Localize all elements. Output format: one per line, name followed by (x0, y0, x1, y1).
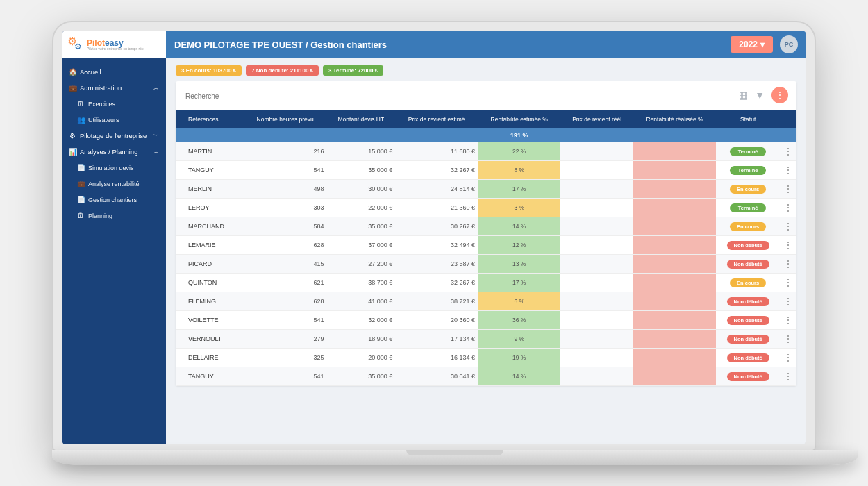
chevron-up-icon: ︿ (153, 148, 159, 156)
cell-ref: QUINTON (176, 274, 244, 292)
row-menu-button[interactable]: ⋮ (780, 274, 796, 292)
laptop-base (52, 450, 858, 465)
cell-hrs: 621 (244, 274, 326, 292)
cell-prix-reel (560, 255, 633, 274)
nav-gestion-chantiers[interactable]: 📄Gestion chantiers (62, 192, 166, 208)
logo[interactable]: Piloteasy Pilotez votre entreprise en te… (62, 31, 166, 58)
cell-prix-reel (560, 142, 633, 161)
cell-prix-reel (560, 292, 633, 311)
cell-ref: VERNOULT (176, 330, 244, 349)
table-row[interactable]: LEMARIE62837 000 €32 494 €12 %Non débuté… (176, 236, 796, 255)
nav-exercices[interactable]: 🗓Exercices (62, 96, 166, 112)
col-prix-reel[interactable]: Prix de revient réél (560, 110, 633, 128)
cell-rent-reel (633, 236, 716, 255)
row-menu-button[interactable]: ⋮ (780, 292, 796, 311)
cell-statut: Terminé (716, 161, 780, 180)
row-menu-button[interactable]: ⋮ (780, 142, 796, 161)
cell-hrs: 216 (244, 142, 326, 161)
nav-simulation-devis[interactable]: 📄Simulation devis (62, 160, 166, 176)
cell-rent-est: 8 % (478, 161, 560, 180)
status-badge: Non débuté (727, 335, 769, 344)
summary-rent: 191 % (478, 128, 560, 142)
nav-analyses[interactable]: 📊Analyses / Planning︿ (62, 144, 166, 160)
briefcase-icon: 💼 (77, 180, 84, 187)
nav-planning[interactable]: 🗓Planning (62, 208, 166, 224)
more-actions-button[interactable]: ⋮ (771, 87, 788, 103)
col-rent-estimee[interactable]: Rentabilité estimée % (478, 110, 560, 128)
cell-ref: LEROY (176, 199, 244, 217)
table-row[interactable]: FLEMING62841 000 €38 721 €6 %Non débuté⋮ (176, 292, 796, 311)
table-row[interactable]: VERNOULT27918 900 €17 134 €9 %Non débuté… (176, 330, 796, 349)
cell-prix-reel (560, 311, 633, 330)
nav-label: Utilisateurs (88, 117, 119, 124)
nav-utilisateurs[interactable]: 👥Utilisateurs (62, 112, 166, 128)
table-row[interactable]: TANGUY54135 000 €30 041 €14 %Non débuté⋮ (176, 367, 796, 386)
pill-termine[interactable]: 3 Terminé: 72000 € (323, 65, 383, 76)
nav-analyse-rentabilite[interactable]: 💼Analyse rentabilité (62, 176, 166, 192)
row-menu-button[interactable]: ⋮ (780, 330, 796, 349)
table-row[interactable]: MERLIN49830 000 €24 814 €17 %En cours⋮ (176, 180, 796, 199)
row-menu-button[interactable]: ⋮ (780, 349, 796, 367)
cell-statut: En cours (716, 180, 780, 199)
chevron-down-icon: ﹀ (153, 132, 159, 140)
table-row[interactable]: LEROY30322 000 €21 360 €3 %Terminé⋮ (176, 199, 796, 217)
cell-statut: Terminé (716, 199, 780, 217)
row-menu-button[interactable]: ⋮ (780, 217, 796, 236)
nav-label: Simulation devis (88, 165, 134, 171)
year-value: 2022 (739, 40, 758, 49)
cell-prix-est: 24 814 € (395, 180, 478, 199)
grid-icon[interactable]: ▦ (739, 90, 748, 101)
pill-en-cours[interactable]: 3 En cours: 103700 € (176, 65, 242, 76)
table-row[interactable]: MARCHAND58435 000 €30 267 €14 %En cours⋮ (176, 217, 796, 236)
col-statut[interactable]: Statut (716, 110, 780, 128)
table-card: ▦ ▼ ⋮ Références Nombre heures prévu Mon… (176, 81, 796, 386)
cell-rent-reel (633, 199, 716, 217)
col-prix-estime[interactable]: Prix de revient estimé (395, 110, 478, 128)
cell-rent-est: 14 % (478, 367, 560, 386)
status-badge: En cours (730, 222, 766, 231)
nav-label: Analyses / Planning (80, 148, 137, 156)
table-header-row: Références Nombre heures prévu Montant d… (176, 110, 796, 128)
row-menu-button[interactable]: ⋮ (780, 311, 796, 330)
col-heures[interactable]: Nombre heures prévu (244, 110, 326, 128)
table-row[interactable]: VOILETTE54132 000 €20 360 €36 %Non début… (176, 311, 796, 330)
home-icon: 🏠 (69, 68, 76, 76)
nav-pilotage[interactable]: ⚙Pilotage de l'entreprise﹀ (62, 128, 166, 144)
cell-statut: Terminé (716, 142, 780, 161)
cell-prix-reel (560, 274, 633, 292)
row-menu-button[interactable]: ⋮ (780, 180, 796, 199)
cell-hrs: 279 (244, 330, 326, 349)
year-selector[interactable]: 2022▾ (731, 36, 773, 53)
nav-administration[interactable]: 💼Administration︿ (62, 80, 166, 96)
col-rent-realisee[interactable]: Rentabilité réalisée % (633, 110, 716, 128)
nav: 🏠Accueil 💼Administration︿ 🗓Exercices 👥Ut… (62, 58, 166, 444)
cell-statut: En cours (716, 274, 780, 292)
row-menu-button[interactable]: ⋮ (780, 367, 796, 386)
status-badge: Terminé (730, 147, 766, 156)
cell-rent-reel (633, 142, 716, 161)
table-row[interactable]: PICARD41527 200 €23 587 €13 %Non débuté⋮ (176, 255, 796, 274)
cell-prix-est: 32 267 € (395, 274, 478, 292)
filter-icon[interactable]: ▼ (755, 90, 765, 101)
pill-non-debute[interactable]: 7 Non débuté: 211100 € (246, 65, 319, 76)
table-row[interactable]: MARTIN21615 000 €11 680 €22 %Terminé⋮ (176, 142, 796, 161)
status-badge: Non débuté (727, 241, 769, 250)
col-devis[interactable]: Montant devis HT (326, 110, 395, 128)
row-menu-button[interactable]: ⋮ (780, 236, 796, 255)
cell-prix-est: 30 041 € (395, 367, 478, 386)
cell-devis: 22 000 € (326, 199, 395, 217)
table-row[interactable]: QUINTON62138 700 €32 267 €17 %En cours⋮ (176, 274, 796, 292)
col-references[interactable]: Références (176, 110, 244, 128)
content: 3 En cours: 103700 € 7 Non débuté: 21110… (166, 58, 806, 444)
avatar[interactable]: PC (780, 35, 798, 53)
cell-prix-reel (560, 330, 633, 349)
breadcrumb: DEMO PILOTAGE TPE OUEST / Gestion chanti… (174, 40, 387, 50)
row-menu-button[interactable]: ⋮ (780, 255, 796, 274)
cell-hrs: 628 (244, 292, 326, 311)
table-row[interactable]: DELLAIRE32520 000 €16 134 €19 %Non début… (176, 349, 796, 367)
search-input[interactable] (184, 90, 330, 103)
row-menu-button[interactable]: ⋮ (780, 161, 796, 180)
nav-accueil[interactable]: 🏠Accueil (62, 64, 166, 80)
row-menu-button[interactable]: ⋮ (780, 199, 796, 217)
table-row[interactable]: TANGUY54135 000 €32 267 €8 %Terminé⋮ (176, 161, 796, 180)
